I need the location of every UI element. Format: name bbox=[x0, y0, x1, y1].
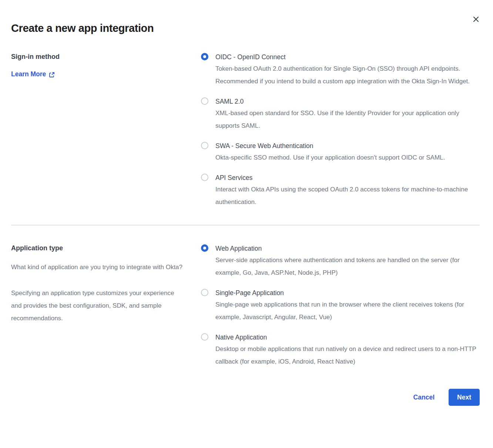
radio-selected-icon[interactable] bbox=[201, 244, 208, 252]
radio-option-description: Desktop or mobile applications that run … bbox=[215, 343, 479, 368]
radio-option-label[interactable]: OIDC - OpenID Connect bbox=[215, 52, 479, 62]
radio-option-single-page-application[interactable]: Single-Page Application Single-page web … bbox=[201, 288, 480, 324]
radio-option-native-application[interactable]: Native Application Desktop or mobile app… bbox=[201, 332, 480, 368]
signin-method-heading: Sign-in method bbox=[11, 52, 201, 61]
dialog-footer: Cancel Next bbox=[11, 389, 480, 406]
radio-option-swa[interactable]: SWA - Secure Web Authentication Okta-spe… bbox=[201, 141, 480, 164]
section-divider bbox=[11, 225, 480, 225]
cancel-button[interactable]: Cancel bbox=[413, 394, 435, 401]
next-button[interactable]: Next bbox=[449, 389, 480, 406]
radio-option-description: Server-side applications where authentic… bbox=[215, 254, 479, 279]
radio-option-description: Interact with Okta APIs using the scoped… bbox=[215, 183, 479, 208]
close-icon bbox=[473, 16, 479, 23]
radio-option-web-application[interactable]: Web Application Server-side applications… bbox=[201, 243, 480, 279]
radio-unselected-icon[interactable] bbox=[201, 174, 208, 181]
radio-unselected-icon[interactable] bbox=[201, 333, 208, 341]
radio-option-label[interactable]: Single-Page Application bbox=[215, 288, 479, 298]
learn-more-link[interactable]: Learn More bbox=[11, 70, 55, 78]
radio-option-description: XML-based open standard for SSO. Use if … bbox=[215, 107, 479, 132]
radio-selected-icon[interactable] bbox=[201, 53, 208, 60]
application-type-question: What kind of application are you trying … bbox=[11, 261, 186, 274]
application-type-section: Application type What kind of applicatio… bbox=[11, 243, 480, 368]
learn-more-label: Learn More bbox=[11, 70, 46, 78]
application-type-heading: Application type bbox=[11, 243, 201, 253]
radio-option-saml[interactable]: SAML 2.0 XML-based open standard for SSO… bbox=[201, 96, 480, 132]
dialog-title: Create a new app integration bbox=[11, 21, 480, 35]
radio-option-label[interactable]: SAML 2.0 bbox=[215, 96, 479, 107]
radio-option-api-services[interactable]: API Services Interact with Okta APIs usi… bbox=[201, 173, 480, 208]
external-link-icon bbox=[49, 71, 55, 78]
radio-option-label[interactable]: SWA - Secure Web Authentication bbox=[215, 141, 445, 151]
application-type-note: Specifying an application type customize… bbox=[11, 287, 186, 325]
radio-option-description: Okta-specific SSO method. Use if your ap… bbox=[215, 151, 445, 164]
create-app-integration-dialog: Create a new app integration Sign-in met… bbox=[0, 0, 493, 448]
radio-option-label[interactable]: Web Application bbox=[215, 243, 479, 254]
radio-unselected-icon[interactable] bbox=[201, 97, 208, 105]
radio-unselected-icon[interactable] bbox=[201, 289, 208, 296]
radio-unselected-icon[interactable] bbox=[201, 142, 208, 149]
signin-method-section: Sign-in method Learn More OIDC - OpenID … bbox=[11, 52, 480, 208]
radio-option-label[interactable]: API Services bbox=[215, 173, 479, 183]
radio-option-oidc[interactable]: OIDC - OpenID Connect Token-based OAuth … bbox=[201, 52, 480, 88]
radio-option-description: Token-based OAuth 2.0 authentication for… bbox=[215, 63, 479, 88]
radio-option-label[interactable]: Native Application bbox=[215, 332, 479, 342]
close-button[interactable] bbox=[471, 14, 481, 24]
radio-option-description: Single-page web applications that run in… bbox=[215, 298, 479, 324]
